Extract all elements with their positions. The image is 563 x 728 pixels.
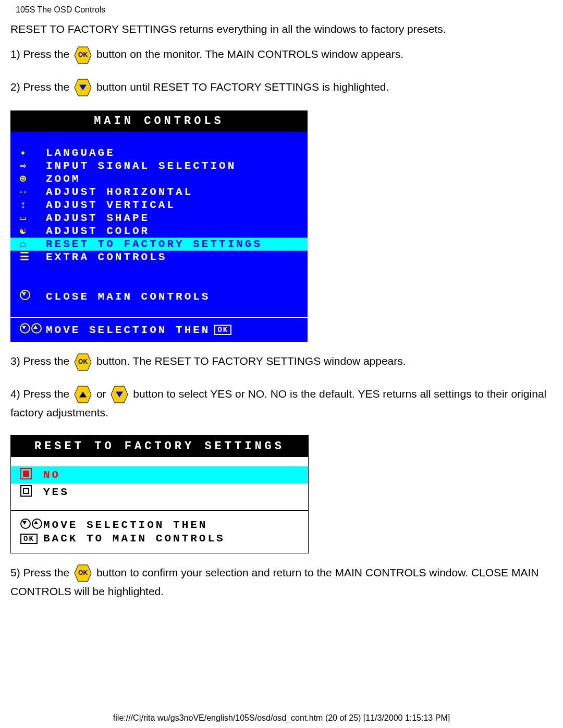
step-1-text-a: 1) Press the (10, 48, 69, 60)
extra-icon: ☰ (20, 252, 46, 263)
ok-button-icon: OK (74, 46, 92, 65)
osd-item-adjust-shape[interactable]: ▭ADJUST SHAPE (10, 212, 308, 225)
no-icon (20, 468, 43, 482)
osd-reset-footer: MOVE SELECTION THEN OK BACK TO MAIN CONT… (11, 510, 308, 553)
step-5: 5) Press the OK button to confirm your s… (10, 564, 553, 600)
step-2-text-b: button until RESET TO FACTORY SETTINGS i… (96, 81, 389, 93)
up-button-icon (74, 385, 92, 404)
language-icon: ✦ (20, 148, 46, 158)
step-4: 4) Press the or button to select YES or … (10, 385, 553, 422)
ok-button-icon: OK (74, 564, 92, 583)
close-icon (20, 290, 46, 303)
ok-icon: OK (20, 533, 43, 544)
osd-item-extra-controls[interactable]: ☰EXTRA CONTROLS (10, 251, 308, 264)
osd-item-zoom[interactable]: ⊕ZOOM (10, 172, 308, 186)
move-selection-icon (20, 323, 46, 337)
footer-file-path: file:///C|/rita wu/gs3noVE/english/105S/… (0, 713, 563, 723)
down-button-icon (74, 78, 92, 97)
osd-main-title: MAIN CONTROLS (10, 110, 308, 132)
shape-icon: ▭ (20, 213, 46, 224)
osd-reset-title: RESET TO FACTORY SETTINGS (11, 436, 308, 457)
ok-button-icon: OK (74, 353, 92, 372)
osd-item-adjust-horizontal[interactable]: ↔ADJUST HORIZONTAL (10, 186, 308, 199)
page-header-small: 105S The OSD Controls (16, 5, 553, 15)
vertical-icon: ↕ (20, 200, 46, 211)
osd-reset-option-yes[interactable]: YES (11, 484, 308, 501)
intro-text: RESET TO FACTORY SETTINGS returns everyt… (10, 22, 553, 36)
color-icon: ☯ (20, 226, 46, 237)
osd-item-reset-factory[interactable]: ⌂RESET TO FACTORY SETTINGS (10, 238, 308, 251)
horizontal-icon: ↔ (20, 187, 46, 198)
step-5-text-a: 5) Press the (10, 566, 69, 578)
step-3-text-a: 3) Press the (10, 355, 69, 367)
down-button-icon (110, 385, 129, 404)
step-1-text-b: button on the monitor. The MAIN CONTROLS… (96, 48, 403, 60)
step-3: 3) Press the OK button. The RESET TO FAC… (10, 352, 553, 371)
zoom-icon: ⊕ (20, 174, 46, 184)
input-icon: ⇨ (20, 161, 46, 171)
step-3-text-b: button. The RESET TO FACTORY SETTINGS wi… (96, 355, 406, 367)
step-4-text-a: 4) Press the (10, 388, 69, 400)
footer-ok-icon: OK (214, 325, 231, 335)
osd-main-controls: MAIN CONTROLS ✦LANGUAGE ⇨INPUT SIGNAL SE… (10, 110, 308, 342)
osd-main-list: ✦LANGUAGE ⇨INPUT SIGNAL SELECTION ⊕ZOOM … (10, 132, 308, 276)
step-1: 1) Press the OK button on the monitor. T… (10, 45, 553, 64)
osd-item-language[interactable]: ✦LANGUAGE (10, 146, 308, 159)
reset-icon: ⌂ (20, 239, 46, 250)
step-2: 2) Press the button until RESET TO FACTO… (10, 78, 553, 97)
osd-item-adjust-color[interactable]: ☯ADJUST COLOR (10, 225, 308, 238)
step-4-text-b: or (96, 388, 106, 400)
step-2-text-a: 2) Press the (10, 81, 69, 93)
osd-main-footer: MOVE SELECTION THEN OK (10, 317, 308, 342)
yes-icon (20, 485, 43, 499)
osd-reset-list: NO YES (11, 457, 308, 510)
osd-close-main[interactable]: CLOSE MAIN CONTROLS (10, 276, 308, 317)
osd-reset-option-no[interactable]: NO (11, 466, 308, 484)
move-selection-icon (20, 519, 43, 532)
osd-item-input-signal[interactable]: ⇨INPUT SIGNAL SELECTION (10, 159, 308, 172)
osd-reset-factory: RESET TO FACTORY SETTINGS NO YES MOVE SE… (10, 435, 309, 553)
osd-item-adjust-vertical[interactable]: ↕ADJUST VERTICAL (10, 199, 308, 212)
ok-label: OK (78, 50, 88, 60)
